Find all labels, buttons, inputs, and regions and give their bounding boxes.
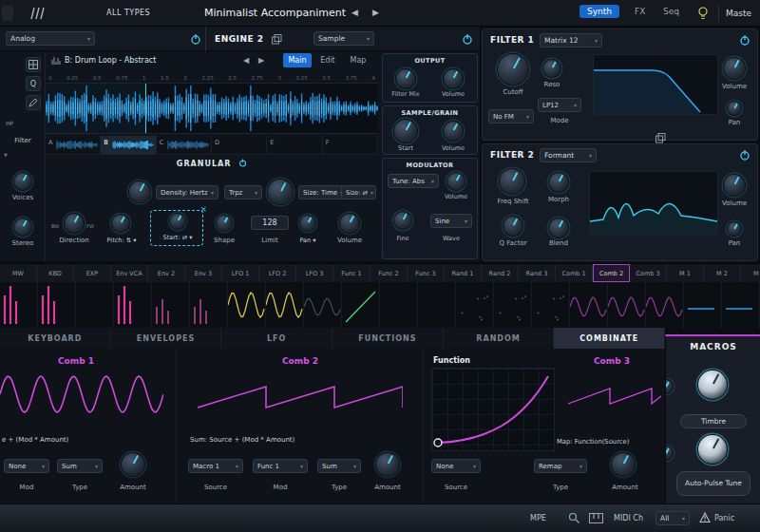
tab-functions[interactable]: FUNCTIONS (332, 328, 444, 349)
tab-keyboard[interactable]: KEYBOARD (0, 328, 111, 349)
modulator-wave-select[interactable]: Sine▾ (430, 214, 472, 228)
grain-box-volume-knob[interactable] (444, 122, 463, 141)
start-knob[interactable] (170, 214, 185, 229)
filter2-pan-knob[interactable] (728, 222, 741, 236)
macro1-button[interactable]: Timbre (680, 414, 747, 428)
mod-viz-env-3[interactable] (190, 282, 228, 328)
mod-viz-env-2[interactable] (152, 282, 190, 328)
filter1-curve-display[interactable] (593, 54, 718, 115)
tab-main[interactable]: Main (283, 53, 312, 67)
filter2-power-icon[interactable] (739, 149, 750, 161)
copy-engine-icon[interactable] (272, 34, 282, 45)
function-curve-display[interactable] (431, 368, 555, 451)
mod-viz-func-2[interactable] (380, 282, 418, 328)
sample-slot-B[interactable]: B (101, 136, 156, 154)
tab-seq[interactable]: Seq (656, 5, 687, 18)
comb1-mod-select[interactable]: None▾ (4, 459, 49, 473)
blend-knob[interactable] (549, 218, 568, 238)
engine2-power-icon[interactable] (462, 33, 473, 45)
size-link-select[interactable]: Size: ⇄▾ (341, 185, 376, 200)
mod-tab-rand-2[interactable]: Rand 2 (482, 264, 519, 282)
mod-tab-lfo-2[interactable]: LFO 2 (259, 264, 296, 282)
mod-viz-comb-1[interactable] (570, 282, 608, 328)
tab-lfo[interactable]: LFO (221, 328, 332, 349)
tab-combinate[interactable]: COMBINATE (554, 328, 665, 349)
function-type-select[interactable]: Remap▾ (534, 459, 587, 473)
morph-knob[interactable] (549, 173, 568, 192)
output-volume-knob[interactable] (444, 69, 463, 88)
mod-viz-rand-1[interactable] (456, 282, 494, 328)
grain-volume-knob[interactable] (340, 214, 359, 233)
mod-tab-mw[interactable]: MW (0, 264, 37, 282)
comb2-amount-knob[interactable] (376, 453, 399, 476)
mod-viz-mw[interactable] (0, 282, 38, 328)
mod-tab-lfo-1[interactable]: LFO 1 (222, 264, 259, 282)
macro-knob-partial-2[interactable] (665, 446, 673, 460)
filter1-power-icon[interactable] (739, 34, 750, 46)
density-mode-select[interactable]: Density: Hertz▾ (156, 185, 218, 200)
panic-icon[interactable] (699, 512, 711, 523)
engine1-power-icon[interactable] (190, 33, 201, 45)
filter1-type-select[interactable]: Matrix 12▾ (540, 33, 602, 48)
start-mode-select[interactable]: Start: ⇄ ▾ (151, 234, 204, 241)
mod-tab-m-1[interactable]: M 1 (667, 264, 704, 282)
comb1-type-select[interactable]: Sum▾ (57, 459, 103, 473)
preset-prev-button[interactable]: ◀ (352, 8, 358, 17)
grain-start-marker[interactable] (145, 84, 146, 133)
mod-tab-env-vca[interactable]: Env VCA (111, 264, 148, 282)
macro-knob-auto-pulse[interactable] (698, 435, 727, 464)
grain-start-knob[interactable] (394, 120, 417, 142)
keyboard-icon[interactable] (589, 513, 603, 523)
voices-knob[interactable] (14, 173, 31, 190)
preset-next-button[interactable]: ▶ (372, 8, 379, 17)
mod-viz-rand-2[interactable] (494, 282, 532, 328)
mod-tab-env-2[interactable]: Env 2 (148, 264, 185, 282)
mod-viz-comb-2[interactable] (608, 282, 646, 328)
modulator-volume-knob[interactable] (447, 173, 465, 190)
tab-synth[interactable]: Synth (580, 5, 619, 18)
macro2-button[interactable]: Auto-Pulse Tune (676, 471, 750, 496)
panic-button[interactable]: Panic (714, 514, 734, 522)
zoom-tool[interactable]: Q (26, 76, 41, 91)
mod-tab-func-3[interactable]: Func 3 (408, 264, 445, 282)
filter1-fm-select[interactable]: No FM▾ (488, 109, 534, 124)
mod-viz-m-2[interactable] (722, 282, 760, 328)
mod-tab-comb-2[interactable]: Comb 2 (593, 264, 630, 282)
filter1-volume-knob[interactable] (724, 58, 745, 79)
macro-knob-partial-1[interactable] (665, 380, 673, 393)
mod-tab-env-3[interactable]: Env 3 (185, 264, 222, 282)
mod-viz-kbd[interactable] (38, 282, 76, 328)
tab-random[interactable]: RANDOM (444, 328, 555, 349)
preset-name[interactable]: Minimalist Accompaniment (204, 7, 346, 19)
mod-viz-lfo-2[interactable] (266, 282, 304, 328)
filter1-mode-select[interactable]: LP12▾ (538, 98, 581, 112)
freq-shift-knob[interactable] (500, 169, 524, 194)
comb2-type-select[interactable]: Sum▾ (317, 459, 361, 473)
sample-slot-D[interactable]: D (212, 136, 267, 154)
sample-slot-A[interactable]: A (46, 136, 101, 154)
q-factor-knob[interactable] (504, 217, 522, 236)
tab-edit[interactable]: Edit (314, 53, 342, 67)
mod-viz-rand-3[interactable] (532, 282, 570, 328)
granular-power-icon[interactable] (238, 159, 247, 167)
sample-prev-button[interactable]: ◀ (243, 56, 249, 65)
density-knob[interactable] (129, 181, 150, 202)
mod-viz-exp[interactable] (76, 282, 114, 328)
search-icon[interactable] (568, 512, 580, 524)
mod-tab-m-2[interactable]: M 2 (704, 264, 741, 282)
pan-mode-select[interactable]: Pan ▾ (291, 237, 325, 244)
collapse-arrow-icon[interactable]: ▼ (4, 152, 8, 158)
filter2-volume-knob[interactable] (724, 175, 745, 196)
pan-knob[interactable] (300, 216, 315, 231)
mod-tab-m-3[interactable]: M 3 (741, 264, 760, 282)
sample-slot-E[interactable]: E (267, 136, 322, 154)
window-edge-button[interactable] (2, 6, 13, 21)
sample-name[interactable]: B: Drum Loop - Abstract (65, 56, 156, 65)
pencil-tool[interactable] (26, 95, 41, 110)
macro-knob-timbre[interactable] (698, 370, 727, 399)
fine-knob[interactable] (394, 212, 411, 229)
reso-knob[interactable] (543, 60, 560, 77)
mod-viz-lfo-3[interactable] (304, 282, 342, 328)
mod-tab-kbd[interactable]: KBD (37, 264, 74, 282)
size-knob[interactable] (268, 180, 293, 204)
